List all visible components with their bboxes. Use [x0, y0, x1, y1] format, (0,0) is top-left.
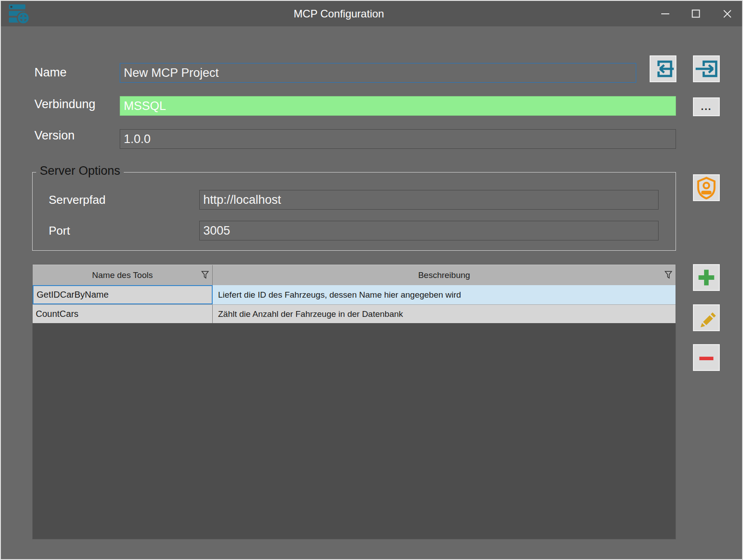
verbindung-input[interactable]	[120, 96, 676, 116]
tool-description-cell[interactable]: Liefert die ID des Fahrzeugs, dessen Nam…	[213, 285, 676, 304]
maximize-icon	[692, 9, 700, 18]
version-input[interactable]	[120, 129, 676, 149]
port-label: Port	[49, 224, 70, 238]
remove-tool-button[interactable]	[693, 344, 720, 371]
close-icon	[723, 9, 732, 18]
add-icon	[696, 267, 717, 288]
mcp-configuration-window: MCP Configuration Name Verbindung Versio…	[0, 0, 743, 560]
port-input[interactable]	[199, 221, 659, 240]
version-label: Version	[34, 129, 75, 143]
verbindung-label: Verbindung	[34, 97, 96, 111]
name-input[interactable]	[120, 63, 636, 83]
table-row[interactable]: GetIDCarByName Liefert die ID des Fahrze…	[33, 285, 676, 304]
serverpfad-input[interactable]	[199, 190, 659, 210]
import-button[interactable]	[650, 55, 676, 82]
import-icon	[651, 57, 675, 80]
minimize-icon	[661, 13, 670, 15]
tools-table-header: Name des Tools Beschreibung	[33, 265, 676, 285]
edit-tool-button[interactable]	[693, 304, 720, 331]
filter-icon[interactable]	[201, 270, 209, 279]
window-title: MCP Configuration	[1, 1, 677, 26]
table-row[interactable]: CountCars Zählt die Anzahl der Fahrzeuge…	[33, 304, 676, 323]
export-button[interactable]	[693, 55, 720, 82]
security-button[interactable]	[693, 174, 720, 201]
remove-icon	[696, 347, 717, 368]
export-icon	[695, 57, 718, 80]
filter-icon[interactable]	[664, 270, 672, 279]
browse-connection-label: ...	[701, 101, 712, 113]
edit-pencil-icon	[696, 307, 717, 328]
serverpfad-label: Serverpfad	[49, 193, 105, 207]
maximize-button[interactable]	[684, 1, 707, 26]
server-options-legend: Server Options	[36, 164, 124, 178]
name-label: Name	[34, 66, 67, 80]
title-bar: MCP Configuration	[1, 1, 742, 26]
security-user-icon	[695, 176, 718, 199]
add-tool-button[interactable]	[693, 264, 720, 291]
close-button[interactable]	[716, 1, 739, 26]
column-header-name[interactable]: Name des Tools	[33, 265, 213, 285]
tool-name-cell[interactable]: CountCars	[33, 305, 213, 323]
minimize-button[interactable]	[654, 1, 676, 26]
tool-description-cell[interactable]: Zählt die Anzahl der Fahrzeuge in der Da…	[213, 305, 676, 323]
browse-connection-button[interactable]: ...	[693, 97, 720, 116]
tools-table: Name des Tools Beschreibung GetIDCarByNa…	[32, 264, 676, 539]
column-header-beschreibung[interactable]: Beschreibung	[213, 265, 676, 285]
tool-name-cell[interactable]: GetIDCarByName	[33, 285, 213, 304]
